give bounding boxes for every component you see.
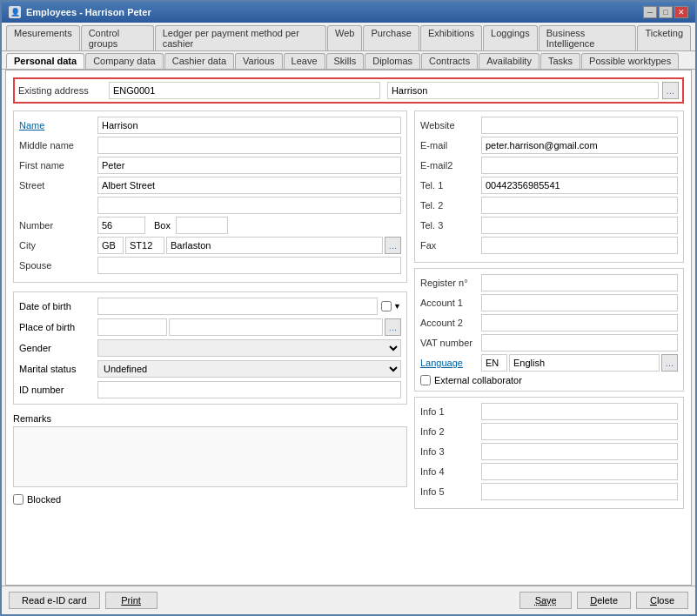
tab-possibleworktypes[interactable]: Possible worktypes	[581, 53, 679, 69]
tab-leave[interactable]: Leave	[284, 53, 325, 69]
dob-dropdown-icon: ▼	[393, 302, 401, 311]
info1-label: Info 1	[420, 406, 481, 417]
tab-ledger[interactable]: Ledger per payment method per cashier	[155, 25, 326, 50]
tab-availability[interactable]: Availability	[479, 53, 540, 69]
pob-input2[interactable]	[169, 318, 383, 336]
email-row: E-mail	[420, 137, 678, 154]
tel3-input[interactable]	[481, 217, 678, 234]
dob-checkbox[interactable]	[381, 301, 392, 311]
account1-input[interactable]	[481, 294, 678, 311]
tel2-input[interactable]	[481, 197, 678, 214]
language-code-input[interactable]	[481, 354, 507, 372]
name-row: Name	[19, 117, 401, 134]
pob-browse-button[interactable]: ...	[385, 318, 401, 336]
city-name-input[interactable]	[166, 237, 383, 254]
spouse-label: Spouse	[19, 260, 97, 271]
print-button[interactable]: Print	[105, 592, 157, 609]
register-input[interactable]	[481, 274, 678, 291]
number-input[interactable]	[97, 217, 145, 234]
gender-label: Gender	[19, 343, 97, 353]
spouse-input[interactable]	[97, 257, 401, 274]
delete-button[interactable]: Delete	[577, 592, 631, 609]
tab-exhibitions[interactable]: Exhibitions	[420, 25, 482, 50]
info2-row: Info 2	[420, 423, 678, 440]
marital-label: Marital status	[19, 364, 97, 374]
tab-bi[interactable]: Business Intelligence	[539, 25, 637, 50]
street-input2[interactable]	[97, 197, 401, 214]
email-input[interactable]	[481, 137, 678, 154]
save-button[interactable]: Save	[519, 592, 572, 609]
tab-diplomas[interactable]: Diplomas	[365, 53, 420, 69]
middle-name-label: Middle name	[19, 140, 97, 151]
tel1-input[interactable]	[481, 177, 678, 194]
delete-label: Delete	[590, 595, 618, 606]
register-row: Register n°	[420, 274, 678, 291]
middle-name-input[interactable]	[97, 137, 401, 154]
email2-label: E-mail2	[420, 160, 481, 171]
tab-loggings[interactable]: Loggings	[483, 25, 538, 50]
info2-input[interactable]	[481, 423, 678, 440]
tab-contracts[interactable]: Contracts	[421, 53, 478, 69]
info3-label: Info 3	[420, 446, 481, 457]
tab-various[interactable]: Various	[235, 53, 282, 69]
first-name-input[interactable]	[97, 157, 401, 174]
pob-input1[interactable]	[97, 318, 167, 336]
info5-input[interactable]	[481, 483, 678, 500]
tab-cashierdata[interactable]: Cashier data	[164, 53, 234, 69]
existing-address-code-input[interactable]	[109, 82, 380, 99]
close-button[interactable]: Close	[636, 592, 688, 609]
language-name-input[interactable]	[509, 354, 660, 372]
window-icon: 👤	[9, 6, 21, 18]
id-input[interactable]	[97, 381, 401, 398]
street-input[interactable]	[97, 177, 401, 194]
email2-row: E-mail2	[420, 157, 678, 174]
account2-input[interactable]	[481, 314, 678, 331]
info4-input[interactable]	[481, 463, 678, 480]
existing-address-name-input[interactable]	[387, 82, 659, 99]
dob-input[interactable]	[97, 298, 378, 315]
existing-address-browse-button[interactable]: ...	[662, 82, 679, 99]
vat-input[interactable]	[481, 334, 678, 352]
email2-input[interactable]	[481, 157, 678, 174]
marital-select[interactable]: Undefined Single Married	[97, 360, 401, 378]
tab-controlgroups[interactable]: Control groups	[81, 25, 154, 50]
minimize-button[interactable]: ─	[643, 6, 657, 18]
close-window-button[interactable]: ✕	[674, 6, 688, 18]
info1-input[interactable]	[481, 403, 678, 420]
tab-skills[interactable]: Skills	[326, 53, 365, 69]
read-eid-button[interactable]: Read e-ID card	[9, 592, 100, 609]
pob-row: Place of birth ...	[19, 318, 401, 336]
city-browse-button[interactable]: ...	[385, 237, 401, 254]
name-input[interactable]	[97, 117, 401, 134]
existing-address-row: Existing address ...	[13, 77, 684, 104]
email-label: E-mail	[420, 140, 481, 151]
tab-mesurements[interactable]: Mesurements	[6, 25, 80, 50]
remarks-textarea[interactable]	[13, 426, 407, 487]
website-input[interactable]	[481, 117, 678, 134]
name-label[interactable]: Name	[19, 120, 97, 131]
tab-web[interactable]: Web	[327, 25, 362, 50]
tab-tasks[interactable]: Tasks	[540, 53, 580, 69]
tel1-label: Tel. 1	[420, 180, 481, 191]
state-code-input[interactable]	[125, 237, 164, 254]
middle-name-row: Middle name	[19, 137, 401, 154]
blocked-checkbox[interactable]	[13, 494, 23, 505]
register-label: Register n°	[420, 278, 481, 288]
tab-companydata[interactable]: Company data	[85, 53, 164, 69]
maximize-button[interactable]: □	[659, 6, 673, 18]
language-browse-button[interactable]: ...	[661, 354, 678, 372]
tab-personaldata[interactable]: Personal data	[6, 53, 84, 69]
city-row: City ...	[19, 237, 401, 254]
box-input[interactable]	[176, 217, 228, 234]
language-label[interactable]: Language	[420, 358, 481, 368]
fax-input[interactable]	[481, 237, 678, 254]
website-row: Website	[420, 117, 678, 134]
info2-label: Info 2	[420, 426, 481, 437]
street-row: Street	[19, 177, 401, 194]
ext-collab-checkbox[interactable]	[420, 375, 431, 385]
info3-input[interactable]	[481, 443, 678, 460]
tab-purchase[interactable]: Purchase	[363, 25, 419, 50]
country-code-input[interactable]	[97, 237, 124, 254]
tab-ticketing[interactable]: Ticketing	[637, 25, 691, 50]
gender-select[interactable]: Male Female	[97, 339, 401, 357]
